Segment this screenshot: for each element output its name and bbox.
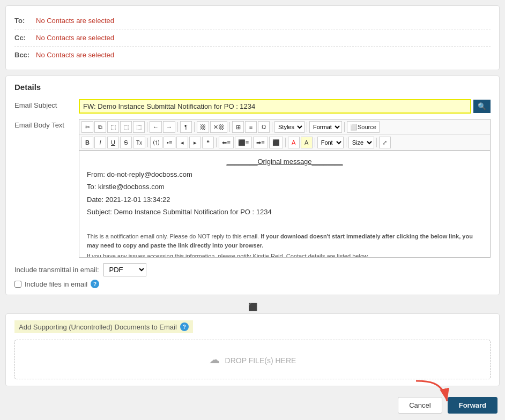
horizontal-rule-button[interactable]: ≡ [245, 121, 257, 133]
arrow-indicator [411, 376, 454, 409]
unordered-list-button[interactable]: •≡ [164, 137, 175, 148]
align-center-button[interactable]: ⬛≡ [235, 137, 252, 148]
email-subject-label: Email Subject [14, 99, 79, 109]
toolbar-sep-7 [344, 122, 345, 132]
strike-button[interactable]: S [120, 137, 132, 148]
notice-text-2: If you have any issues accessing this in… [87, 252, 482, 258]
toolbar-row-2: B I U S Tx ⑴ •≡ ◂ ▸ ❝ ⬅≡ ⬛≡ ➡≡ ⬛ [79, 135, 490, 151]
email-subject-row: Email Subject 🔍 [14, 99, 491, 114]
original-message-line: ________Original message________ [87, 156, 482, 167]
toolbar-sep-10 [285, 138, 286, 147]
align-justify-button[interactable]: ⬛ [269, 137, 283, 148]
cc-row: Cc: No Contacts are selected [14, 29, 491, 47]
toolbar-sep-11 [315, 138, 315, 147]
collapse-icon: ⬛ [248, 303, 257, 311]
include-files-label: Include files in email [25, 280, 87, 288]
bcc-row: Bcc: No Contacts are selected [14, 47, 491, 63]
redo-button[interactable]: → [163, 121, 175, 133]
transmittal-row: Include transmittal in email: PDF Word N… [14, 263, 491, 276]
toolbar-sep-3 [194, 122, 195, 132]
date-line: Date: 2021-12-01 13:34:22 [87, 194, 482, 205]
notice-text: This is a notification email only. Pleas… [87, 232, 482, 250]
styles-select[interactable]: Styles [274, 121, 305, 133]
toolbar-sep-5 [272, 122, 272, 132]
subject-email-line: Subject: Demo Instance Submittal Notific… [87, 207, 482, 218]
source-icon: ⬜ [350, 124, 358, 131]
underline-button[interactable]: U [107, 137, 119, 148]
paste-text-button[interactable]: ⬚ [120, 121, 132, 133]
to-label: To: [14, 17, 36, 25]
table-button[interactable]: ⊞ [232, 121, 244, 133]
align-left-button[interactable]: ⬅≡ [219, 137, 233, 148]
toolbar-sep-4 [229, 122, 230, 132]
recipients-card: To: No Contacts are selected Cc: No Cont… [5, 5, 500, 70]
toolbar-sep-6 [307, 122, 307, 132]
toolbar-sep-8 [147, 138, 148, 147]
bcc-value: No Contacts are selected [36, 51, 114, 59]
blockquote-button[interactable]: ❝ [202, 137, 214, 148]
supporting-title: Add Supporting (Uncontrolled) Documents … [14, 320, 193, 333]
editor-body[interactable]: ________Original message________ From: d… [79, 151, 491, 258]
format-select[interactable]: Format [309, 121, 342, 133]
editor-toolbar: ✂ ⧉ ⬚ ⬚ ⬚ ← → ¶ ⛓ ✕⛓ ⊞ ≡ Ω [79, 119, 491, 151]
toolbar-row-1: ✂ ⧉ ⬚ ⬚ ⬚ ← → ¶ ⛓ ✕⛓ ⊞ ≡ Ω [79, 119, 490, 135]
outdent-button[interactable]: ▸ [189, 137, 201, 148]
indent-button[interactable]: ◂ [176, 137, 188, 148]
cloud-upload-icon: ☁ [209, 354, 220, 365]
bcc-label: Bcc: [14, 51, 36, 59]
to-value: No Contacts are selected [36, 17, 114, 25]
toolbar-sep-9 [216, 138, 217, 147]
source-button[interactable]: ⬜ Source [347, 121, 380, 133]
email-subject-content: 🔍 [79, 99, 491, 114]
supporting-title-text: Add Supporting (Uncontrolled) Documents … [19, 323, 177, 331]
expand-editor-button[interactable]: ⤢ [379, 137, 391, 148]
italic-button[interactable]: I [94, 137, 106, 148]
details-section: Details Email Subject 🔍 Email Body Text … [5, 76, 500, 295]
ordered-list-button[interactable]: ⑴ [150, 137, 162, 148]
toolbar-sep-1 [147, 122, 147, 132]
section-title: Details [14, 82, 491, 92]
clear-format-button[interactable]: Tx [133, 137, 145, 148]
cut-button[interactable]: ✂ [81, 121, 93, 133]
font-color-button[interactable]: A [288, 137, 300, 148]
email-subject-input[interactable] [79, 99, 471, 114]
forward-button[interactable]: Forward [448, 397, 497, 414]
unlink-button[interactable]: ✕⛓ [210, 121, 227, 133]
subject-search-button[interactable]: 🔍 [473, 100, 491, 113]
font-bgcolor-button[interactable]: A [301, 137, 313, 148]
include-files-help-icon[interactable]: ? [91, 280, 99, 288]
red-arrow-svg [411, 376, 454, 408]
undo-button[interactable]: ← [150, 121, 162, 133]
paragraph-button[interactable]: ¶ [180, 121, 192, 133]
cc-value: No Contacts are selected [36, 34, 114, 42]
from-line: From: do-not-reply@docboss.com [87, 169, 482, 180]
drop-text: DROP FILE(s) HERE [225, 356, 296, 365]
collapse-bar[interactable]: ⬛ [5, 301, 500, 313]
cc-label: Cc: [14, 34, 36, 42]
transmittal-label: Include transmittal in email: [14, 266, 99, 274]
link-button[interactable]: ⛓ [197, 121, 209, 133]
align-right-button[interactable]: ➡≡ [253, 137, 268, 148]
include-files-row: Include files in email ? [14, 280, 491, 288]
toolbar-sep-13 [376, 138, 377, 147]
footer-actions: Cancel Forward [5, 392, 500, 419]
size-select[interactable]: Size [348, 137, 374, 148]
toolbar-sep-2 [177, 122, 178, 132]
supporting-help-icon[interactable]: ? [180, 322, 189, 331]
font-select[interactable]: Font [317, 137, 344, 148]
email-body-content: ✂ ⧉ ⬚ ⬚ ⬚ ← → ¶ ⛓ ✕⛓ ⊞ ≡ Ω [79, 119, 491, 258]
email-body-row: Email Body Text ✂ ⧉ ⬚ ⬚ ⬚ ← → ¶ ⛓ ✕⛓ [14, 119, 491, 258]
include-files-checkbox[interactable] [14, 281, 21, 288]
bold-button[interactable]: B [81, 137, 93, 148]
copy-button[interactable]: ⧉ [94, 121, 106, 133]
paste-button[interactable]: ⬚ [107, 121, 119, 133]
to-row: To: No Contacts are selected [14, 12, 491, 29]
transmittal-select[interactable]: PDF Word None [103, 263, 146, 276]
toolbar-sep-12 [346, 138, 346, 147]
special-char-button[interactable]: Ω [258, 121, 270, 133]
drop-zone[interactable]: ☁ DROP FILE(s) HERE [14, 340, 491, 379]
to-line: To: kirstie@docboss.com [87, 182, 482, 192]
email-body-label: Email Body Text [14, 119, 79, 129]
paste-word-button[interactable]: ⬚ [133, 121, 145, 133]
